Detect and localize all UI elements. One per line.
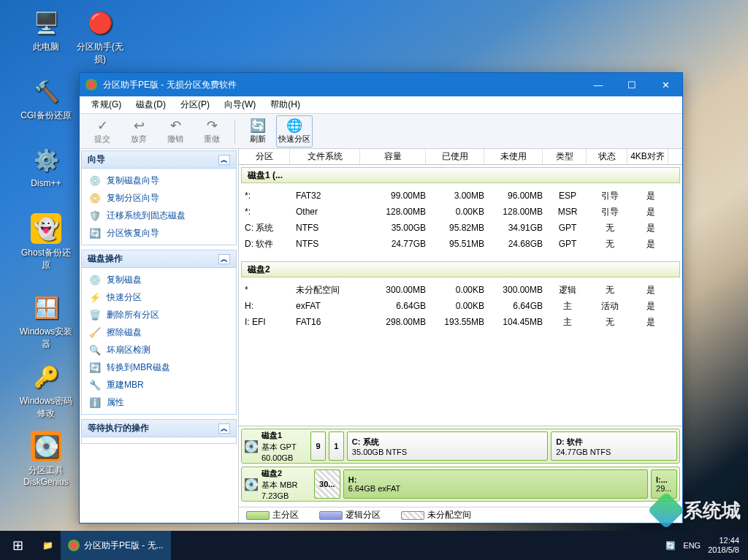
sidebar: 向导︽💿复制磁盘向导📀复制分区向导🛡️迁移系统到固态磁盘🔄分区恢复向导磁盘操作︽… (80, 149, 239, 523)
legend-item: 主分区 (246, 509, 299, 521)
main-pane: 分区文件系统容量已使用未使用类型状态4KB对齐 磁盘1 (...*:FAT329… (239, 149, 682, 523)
partition-row[interactable]: D: 软件NTFS24.77GB95.51MB24.68GBGPT无是 (239, 236, 682, 252)
desktop-icon[interactable]: 🔑Windows密码修改 (18, 361, 75, 420)
partition-row[interactable]: C: 系统NTFS35.00GB95.82MB34.91GBGPT无是 (239, 220, 682, 236)
sidebar-item[interactable]: 🔍坏扇区检测 (82, 341, 236, 358)
toolbar-撤销[interactable]: ↶撤销 (157, 115, 194, 147)
column-header[interactable]: 文件系统 (290, 149, 360, 164)
column-header[interactable]: 已使用 (426, 149, 484, 164)
sidebar-item[interactable]: 🗑️删除所有分区 (82, 306, 236, 323)
taskbar-explorer[interactable]: 📁 (35, 531, 61, 560)
start-button[interactable]: ⊞ (0, 531, 35, 560)
column-header[interactable]: 未使用 (484, 149, 543, 164)
sidebar-item[interactable]: 🔧重建MBR (82, 376, 236, 394)
titlebar[interactable]: 分区助手PE版 - 无损分区免费软件 — ☐ ✕ (80, 73, 682, 96)
column-header[interactable]: 容量 (360, 149, 426, 164)
maximize-button[interactable]: ☐ (615, 73, 649, 96)
legend-item: 逻辑分区 (319, 509, 381, 521)
desktop-icon[interactable]: 🔨CGI备份还原 (18, 76, 75, 122)
sidebar-item[interactable]: ⚡快速分区 (82, 288, 236, 306)
sidebar-item[interactable]: 📀复制分区向导 (82, 189, 236, 207)
disk-segment[interactable]: 30... (314, 469, 340, 499)
panel-disk: 磁盘操作︽💿复制磁盘⚡快速分区🗑️删除所有分区🧹擦除磁盘🔍坏扇区检测🔄转换到MB… (81, 250, 237, 415)
panel-header[interactable]: 等待执行的操作︽ (82, 420, 236, 437)
partition-row[interactable]: *未分配空间300.00MB0.00KB300.00MB逻辑无是 (239, 282, 682, 298)
panel-pending: 等待执行的操作︽ (81, 419, 237, 444)
sidebar-item[interactable]: 🔄转换到MBR磁盘 (82, 358, 236, 376)
close-button[interactable]: ✕ (649, 73, 682, 96)
tray-lang[interactable]: ENG (683, 541, 701, 550)
disk-segment[interactable]: 1 (329, 431, 344, 461)
menu-item[interactable]: 常规(G) (84, 97, 129, 112)
app-window: 分区助手PE版 - 无损分区免费软件 — ☐ ✕ 常规(G)磁盘(D)分区(P)… (79, 72, 683, 523)
sidebar-item[interactable]: 🧹擦除磁盘 (82, 323, 236, 341)
sidebar-item[interactable]: 🔄分区恢复向导 (82, 224, 236, 242)
menu-item[interactable]: 帮助(H) (263, 97, 308, 112)
partition-row[interactable]: *:FAT3299.00MB3.00MB96.00MBESP引导是 (239, 188, 682, 204)
collapse-icon[interactable]: ︽ (218, 254, 230, 264)
grid-header: 分区文件系统容量已使用未使用类型状态4KB对齐 (239, 149, 682, 165)
watermark: 系统城 (653, 497, 741, 523)
desktop-icon[interactable]: 🖥️此电脑 (18, 7, 75, 53)
desktop-icon[interactable]: 💽分区工具DiskGenius (18, 431, 75, 487)
disk-map[interactable]: 💽磁盘2基本 MBR7.23GB30...H:6.64GB exFATI:...… (241, 467, 680, 502)
disk-icon: 💽 (244, 469, 259, 499)
panel-header[interactable]: 向导︽ (82, 151, 236, 169)
tray-clock[interactable]: 12:44 2018/5/8 (708, 536, 739, 555)
collapse-icon[interactable]: ︽ (218, 423, 230, 434)
desktop-icon[interactable]: 🔴分区助手(无损) (72, 7, 129, 66)
minimize-button[interactable]: — (581, 73, 615, 96)
watermark-logo-icon (648, 492, 685, 529)
disk-segment[interactable]: H:6.64GB exFAT (343, 469, 648, 499)
sidebar-item[interactable]: 💿复制磁盘向导 (82, 172, 236, 189)
taskbar-app-active[interactable]: 分区助手PE版 - 无... (61, 531, 171, 560)
toolbar-快速分区[interactable]: 🌐快速分区 (276, 115, 313, 147)
disk-group-header[interactable]: 磁盘2 (241, 261, 680, 277)
partition-row[interactable]: I: EFIFAT16298.00MB193.55MB104.45MB主无是 (239, 314, 682, 330)
app-icon (85, 79, 97, 91)
partition-row[interactable]: *:Other128.00MB0.00KB128.00MBMSR引导是 (239, 204, 682, 220)
desktop-icon[interactable]: 👻Ghost备份还原 (18, 213, 75, 272)
disk-group-header[interactable]: 磁盘1 (... (241, 167, 680, 183)
desktop-icon[interactable]: ⚙️Dism++ (18, 145, 75, 188)
column-header[interactable]: 类型 (543, 149, 587, 164)
taskbar: ⊞ 📁 分区助手PE版 - 无... 🔄 ENG 12:44 2018/5/8 (0, 531, 748, 560)
menubar: 常规(G)磁盘(D)分区(P)向导(W)帮助(H) (80, 96, 682, 114)
toolbar-提交[interactable]: ✓提交 (84, 115, 121, 147)
toolbar-刷新[interactable]: 🔄刷新 (240, 115, 276, 147)
column-header[interactable]: 分区 (239, 149, 290, 164)
taskbar-app-label: 分区助手PE版 - 无... (84, 540, 164, 552)
menu-item[interactable]: 磁盘(D) (129, 97, 173, 112)
toolbar-放弃[interactable]: ↩放弃 (121, 115, 157, 147)
window-title: 分区助手PE版 - 无损分区免费软件 (103, 79, 237, 91)
partition-row[interactable]: H:exFAT6.64GB0.00KB6.64GB主活动是 (239, 298, 682, 314)
disk-icon: 💽 (244, 431, 259, 461)
collapse-icon[interactable]: ︽ (218, 155, 230, 165)
grid-body[interactable]: 磁盘1 (...*:FAT3299.00MB3.00MB96.00MBESP引导… (239, 165, 682, 426)
column-header[interactable]: 状态 (587, 149, 627, 164)
sidebar-item[interactable]: 🛡️迁移系统到固态磁盘 (82, 207, 236, 224)
column-header[interactable]: 4KB对齐 (627, 149, 668, 164)
toolbar: ✓提交↩放弃↶撤销↷重做🔄刷新🌐快速分区 (80, 114, 682, 149)
toolbar-重做[interactable]: ↷重做 (194, 115, 230, 147)
panel-header[interactable]: 磁盘操作︽ (82, 250, 236, 268)
legend-item: 未分配空间 (401, 509, 471, 521)
disk-segment[interactable]: D: 软件24.77GB NTFS (551, 431, 677, 461)
sidebar-item[interactable]: 💿复制磁盘 (82, 271, 236, 288)
disk-map[interactable]: 💽磁盘1基本 GPT60.00GB91C: 系统35.00GB NTFSD: 软… (241, 429, 680, 464)
disk-segment[interactable]: 9 (310, 431, 326, 461)
menu-item[interactable]: 向导(W) (217, 97, 263, 112)
system-tray[interactable]: 🔄 ENG 12:44 2018/5/8 (657, 536, 748, 555)
menu-item[interactable]: 分区(P) (173, 97, 217, 112)
disk-segment[interactable]: C: 系统35.00GB NTFS (347, 431, 548, 461)
legend: 主分区逻辑分区未分配空间 (239, 507, 682, 523)
desktop-icon[interactable]: 🪟Windows安装器 (18, 292, 75, 350)
sidebar-item[interactable]: ℹ️属性 (82, 394, 236, 411)
tray-sync-icon[interactable]: 🔄 (665, 541, 676, 551)
taskbar-app-icon (68, 540, 80, 551)
disk-maps: 💽磁盘1基本 GPT60.00GB91C: 系统35.00GB NTFSD: 软… (239, 426, 682, 507)
panel-wizard: 向导︽💿复制磁盘向导📀复制分区向导🛡️迁移系统到固态磁盘🔄分区恢复向导 (81, 150, 237, 245)
